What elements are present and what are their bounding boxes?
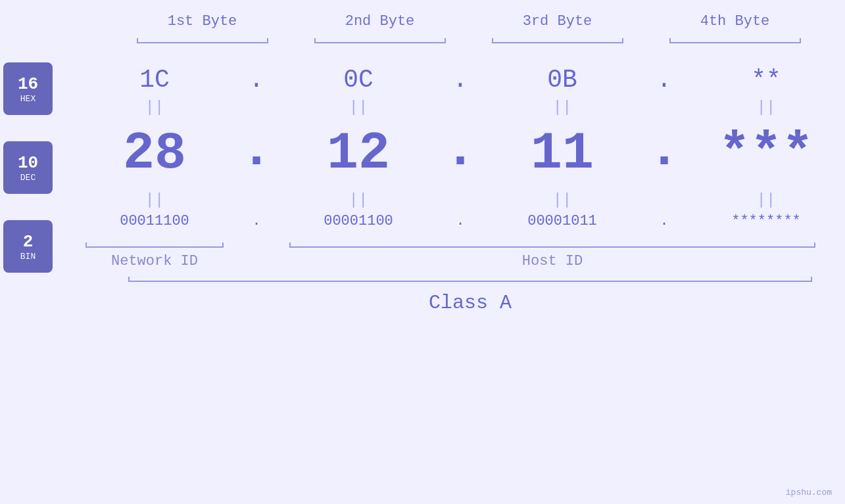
dec-dot2: .	[447, 120, 473, 187]
hex-dot3: .	[651, 66, 677, 94]
bin-badge-num: 2	[23, 232, 34, 252]
byte3-bracket	[469, 36, 646, 49]
hex-b2: 0C	[270, 66, 447, 94]
byte4-bracket	[646, 36, 824, 49]
watermark: ipshu.com	[786, 488, 832, 497]
dec-dot3: .	[651, 120, 677, 187]
bin-dot3: .	[651, 213, 677, 229]
dec-b1: 28	[66, 124, 243, 183]
hex-badge-num: 16	[18, 74, 38, 94]
sep1-b2: ||	[270, 99, 447, 116]
bottom-bracket-row	[66, 235, 845, 248]
hex-dot1: .	[243, 66, 270, 94]
sep2-b2: ||	[270, 191, 447, 209]
hex-badge: 16 HEX	[3, 62, 53, 115]
main-container: 1st Byte 2nd Byte 3rd Byte 4th Byte 16 H…	[0, 0, 845, 504]
hex-value-row: 1C . 0C . 0B . **	[66, 66, 845, 94]
sep-row-1: || || || ||	[66, 94, 845, 120]
bin-badge: 2 BIN	[3, 220, 53, 273]
byte3-bracket-line	[492, 42, 623, 43]
class-label: Class A	[128, 292, 812, 314]
bin-dot2: .	[447, 213, 473, 229]
dec-b4: ***	[677, 124, 845, 183]
byte3-header: 3rd Byte	[469, 13, 646, 30]
dec-badge-label: DEC	[20, 173, 36, 183]
network-bracket	[66, 235, 243, 248]
byte4-bracket-line	[669, 42, 801, 43]
badges-column: 16 HEX 10 DEC 2 BIN	[3, 62, 53, 273]
network-id-label: Network ID	[66, 253, 243, 269]
byte2-header: 2nd Byte	[291, 13, 469, 30]
sep2-b1: ||	[66, 191, 243, 209]
bin-b1: 00011100	[66, 213, 243, 229]
byte2-bracket-line	[314, 42, 446, 43]
class-bracket-line	[128, 281, 812, 282]
dec-value-row: 28 . 12 . 11 . ***	[66, 120, 845, 187]
bin-b3: 00001011	[473, 213, 651, 229]
byte1-header: 1st Byte	[114, 13, 291, 30]
net-bracket-line	[85, 246, 224, 248]
bin-dot1: .	[243, 213, 270, 229]
byte1-bracket	[114, 36, 291, 49]
byte2-bracket	[291, 36, 469, 49]
host-id-label: Host ID	[270, 253, 835, 269]
id-labels-row: Network ID Host ID	[66, 253, 845, 269]
dec-badge-num: 10	[18, 153, 38, 173]
class-section: Class A	[0, 281, 845, 314]
host-bracket	[270, 235, 835, 248]
dec-b3: 11	[473, 124, 651, 183]
sep-row-2: || || || ||	[66, 187, 845, 213]
dec-badge: 10 DEC	[3, 141, 53, 194]
bracket-row	[0, 36, 845, 49]
dec-b2: 12	[270, 124, 447, 183]
hex-b1: 1C	[66, 66, 243, 94]
values-grid: 1C . 0C . 0B . ** || || || || 28	[66, 66, 845, 269]
hex-b4: **	[677, 66, 845, 94]
dec-dot1: .	[243, 120, 270, 187]
sep1-b4: ||	[677, 99, 845, 116]
sep1-b3: ||	[473, 99, 651, 116]
bin-badge-label: BIN	[20, 252, 36, 262]
byte-headers-row: 1st Byte 2nd Byte 3rd Byte 4th Byte	[0, 13, 845, 30]
sep2-b3: ||	[473, 191, 651, 209]
hex-badge-label: HEX	[20, 94, 36, 104]
bin-b2: 00001100	[270, 213, 447, 229]
sep1-b1: ||	[66, 99, 243, 116]
byte1-bracket-line	[137, 42, 268, 43]
host-bracket-line	[289, 246, 815, 248]
sep2-b4: ||	[677, 191, 845, 209]
hex-b3: 0B	[473, 66, 651, 94]
bin-b4: ********	[677, 213, 845, 229]
byte4-header: 4th Byte	[646, 13, 824, 30]
hex-dot2: .	[447, 66, 473, 94]
bin-value-row: 00011100 . 00001100 . 00001011 . *******…	[66, 213, 845, 229]
